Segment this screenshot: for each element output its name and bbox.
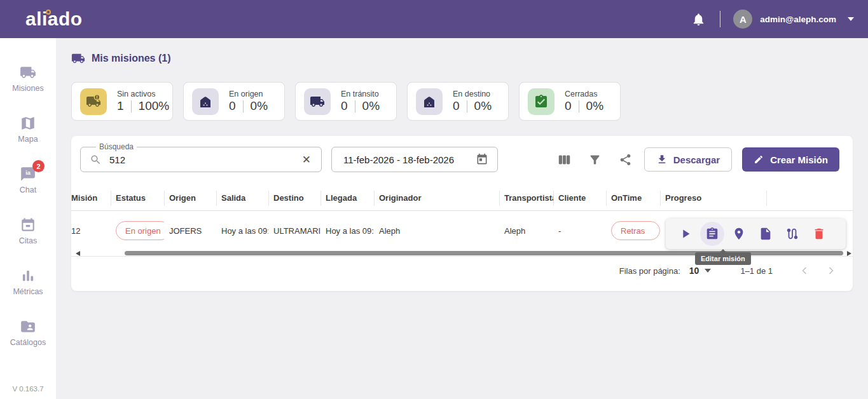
create-mission-button[interactable]: Crear Misión (742, 147, 839, 172)
cell-transportista: Aleph (499, 211, 553, 250)
play-icon[interactable] (672, 220, 699, 247)
card-divider (355, 100, 355, 112)
next-page-button[interactable] (825, 264, 837, 277)
sidebar-label-misiones: Misiones (12, 84, 43, 93)
filter-button[interactable] (588, 153, 602, 166)
truck-icon (20, 64, 36, 81)
sidebar-item-catalogos[interactable]: Catálogos (0, 318, 56, 347)
folder-user-icon (20, 318, 36, 335)
account-menu[interactable]: A admin@aleph.com (733, 10, 854, 29)
main-content: Mis misiones (1) Sin activos 1 100% (56, 38, 868, 399)
column-header-estatus[interactable]: Estatus (111, 186, 164, 210)
location-pin-icon[interactable] (726, 220, 752, 247)
truck-icon (304, 88, 331, 115)
column-header-cliente[interactable]: Cliente (553, 186, 606, 210)
card-divider (243, 100, 244, 112)
share-button[interactable] (619, 153, 632, 166)
column-header-salida[interactable]: Salida (216, 186, 268, 210)
card-divider (467, 100, 467, 112)
logo-accent-dot-icon (46, 10, 51, 15)
svg-text:ia: ia (25, 169, 31, 175)
date-range-input[interactable]: 11-feb-2026 - 18-feb-2026 (331, 147, 498, 172)
card-divider (131, 100, 132, 112)
sidebar-item-misiones[interactable]: Misiones (0, 64, 56, 93)
chat-ia-icon: ia 2 (20, 165, 36, 182)
column-header-originador[interactable]: Originador (374, 186, 499, 210)
sidebar-item-chat[interactable]: ia 2 Chat (0, 165, 56, 194)
columns-button[interactable] (558, 153, 571, 166)
scroll-left-icon[interactable] (76, 251, 80, 256)
card-text: En destino 0 0% (453, 90, 492, 113)
rows-per-page-select[interactable]: 10 (689, 266, 712, 276)
card-label: Sin activos (117, 90, 169, 98)
card-text: En tránsito 0 0% (341, 90, 380, 113)
status-cards: Sin activos 1 100% En origen 0 (71, 82, 868, 121)
column-header-ontime[interactable]: OnTime (606, 186, 660, 210)
sidebar-item-citas[interactable]: Citas (0, 216, 56, 245)
column-header-progreso[interactable]: Progreso (660, 186, 766, 210)
sidebar: Misiones Mapa ia 2 Chat Citas Métrica (0, 38, 56, 399)
search-label: Búsqueda (96, 142, 137, 151)
status-badge: En origen (116, 221, 164, 240)
column-header-llegada[interactable]: Llegada (320, 186, 374, 210)
cell-salida: Hoy a las 09:... (216, 211, 268, 250)
missions-panel: Búsqueda 512 ✕ 11-feb-2026 - 18-feb-2026 (71, 136, 853, 291)
map-icon (20, 114, 36, 132)
card-value: 0 0% (565, 99, 603, 113)
cell-originador: Aleph (374, 211, 499, 250)
status-card-en-transito: En tránsito 0 0% (295, 82, 397, 121)
pagination-range: 1–1 de 1 (740, 266, 773, 276)
avatar: A (733, 10, 752, 29)
status-card-en-origen: En origen 0 0% (183, 82, 285, 121)
sidebar-label-chat: Chat (20, 186, 36, 194)
rows-per-page-label: Filas por página: (619, 266, 680, 276)
toolbar-icons (558, 153, 632, 166)
card-value: 0 0% (341, 99, 380, 113)
column-header-destino[interactable]: Destino (268, 186, 320, 210)
clear-search-icon[interactable]: ✕ (300, 153, 313, 166)
sidebar-label-catalogos: Catálogos (10, 338, 46, 347)
sidebar-item-metricas[interactable]: Métricas (0, 267, 56, 296)
app-logo[interactable]: aliado (25, 8, 83, 30)
edit-mission-icon[interactable] (699, 220, 726, 247)
card-percent: 0% (586, 99, 603, 113)
cell-destino: ULTRAMARI... (268, 211, 320, 250)
card-percent: 100% (139, 99, 170, 113)
app-logo-text: aliado (25, 8, 83, 29)
card-percent: 0% (474, 99, 492, 113)
card-count: 0 (453, 99, 460, 113)
notifications-bell-icon[interactable] (691, 12, 706, 27)
app-root: aliado A admin@aleph.com Misiones (0, 0, 868, 399)
card-value: 0 0% (229, 99, 268, 113)
card-count: 0 (341, 99, 348, 113)
columns-icon (558, 153, 571, 166)
column-header-origen[interactable]: Origen (164, 186, 216, 210)
chevron-down-icon (705, 269, 711, 273)
download-icon (656, 154, 668, 165)
document-icon[interactable] (752, 220, 779, 247)
status-card-cerradas: Cerradas 0 0% (519, 82, 621, 121)
cell-mision: 12 (71, 211, 111, 250)
download-label: Descargar (673, 154, 720, 165)
column-header-mision[interactable]: Misión (71, 186, 111, 210)
previous-page-button[interactable] (798, 264, 811, 277)
pencil-icon (754, 154, 764, 165)
column-header-transportista[interactable]: Transportista (499, 186, 553, 210)
download-button[interactable]: Descargar (644, 147, 732, 172)
page-title-row: Mis misiones (1) (71, 51, 868, 65)
card-count: 0 (229, 99, 236, 113)
column-header-actions (766, 186, 853, 210)
search-input[interactable]: Búsqueda 512 ✕ (80, 147, 322, 172)
delete-icon[interactable] (806, 220, 832, 247)
chevron-down-icon[interactable] (848, 17, 854, 21)
route-icon[interactable] (779, 220, 806, 247)
cell-origen: JOFERS (164, 211, 216, 250)
scroll-right-icon[interactable] (847, 251, 851, 256)
rows-per-page-value: 10 (689, 266, 699, 276)
topbar-divider (720, 11, 720, 27)
sidebar-label-citas: Citas (19, 236, 37, 245)
status-card-sin-activos: Sin activos 1 100% (71, 82, 173, 121)
date-range-value: 11-feb-2026 - 18-feb-2026 (343, 154, 476, 165)
sidebar-item-mapa[interactable]: Mapa (0, 114, 56, 144)
avatar-initial: A (740, 14, 747, 25)
